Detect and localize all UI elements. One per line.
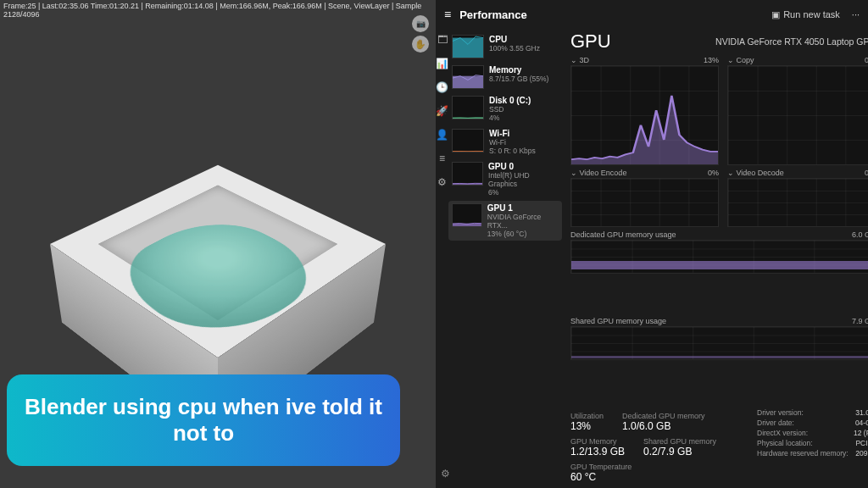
graph-box bbox=[570, 65, 719, 165]
graph-pct: 0% bbox=[865, 56, 868, 64]
tm-nav: 🗔 📊 🕒 🚀 👤 ≡ ⚙ bbox=[436, 29, 448, 488]
detail-row: Driver version:31.0... bbox=[757, 408, 868, 417]
more-icon[interactable]: ··· bbox=[852, 9, 860, 19]
detail-row: Physical location:PCI ... bbox=[757, 439, 868, 447]
list-item[interactable]: GPU 1 NVIDIA GeForce RTX...13% (60 °C) bbox=[448, 201, 562, 241]
dedicated-graph bbox=[570, 240, 868, 274]
gpu-name: NVIDIA GeForce RTX 4050 Laptop GPU bbox=[715, 36, 868, 47]
blender-viewport: Frame:25 | Last:02:35.06 Time:01:20.21 |… bbox=[0, 0, 436, 488]
thumb-graph bbox=[452, 203, 482, 227]
graph-box bbox=[570, 178, 719, 227]
tm-header: ≡ Performance ▣ Run new task ··· bbox=[436, 0, 868, 29]
overlay-caption: Blender using cpu when ive told it not t… bbox=[7, 374, 400, 466]
detail-row: Driver date:04-0... bbox=[757, 419, 868, 427]
graph-label[interactable]: ⌄ 3D bbox=[570, 56, 589, 64]
graph-pct: 0% bbox=[865, 169, 868, 177]
shared-label: Shared GPU memory usage bbox=[570, 317, 666, 325]
graph-label[interactable]: ⌄ Video Encode bbox=[570, 169, 626, 177]
performance-list: CPU 100% 3.55 GHz Memory 8.7/15.7 GB (55… bbox=[448, 29, 565, 488]
stat: Dedicated GPU memory 1.0/6.0 GB bbox=[622, 412, 705, 432]
thumb-graph bbox=[452, 129, 484, 152]
detail-row: DirectX version:12 (F... bbox=[757, 429, 868, 437]
nav-processes-icon[interactable]: 🗔 bbox=[437, 34, 448, 46]
graph-pct: 13% bbox=[704, 56, 719, 64]
dedicated-max: 6.0 GB bbox=[852, 230, 868, 239]
gpu-title: GPU bbox=[570, 30, 611, 53]
thumb-graph bbox=[452, 65, 484, 89]
tm-title-text: Performance bbox=[459, 8, 526, 21]
run-task-icon: ▣ bbox=[771, 9, 780, 20]
nav-users-icon[interactable]: 👤 bbox=[436, 129, 448, 141]
thumb-graph bbox=[452, 35, 484, 58]
graph-box bbox=[727, 178, 868, 227]
list-item[interactable]: CPU 100% 3.55 GHz bbox=[448, 32, 562, 61]
graph-box bbox=[727, 65, 868, 165]
detail-row: Hardware reserved memory:209 ... bbox=[757, 449, 868, 458]
svg-marker-6 bbox=[571, 96, 718, 164]
nav-startup-icon[interactable]: 🚀 bbox=[436, 105, 448, 117]
svg-rect-1 bbox=[453, 76, 483, 88]
stat: GPU Memory 1.2/13.9 GB bbox=[570, 437, 625, 458]
shared-graph bbox=[570, 326, 868, 360]
nav-services-icon[interactable]: ⚙ bbox=[437, 176, 447, 188]
nav-history-icon[interactable]: 🕒 bbox=[436, 81, 448, 93]
stat: GPU Temperature 60 °C bbox=[570, 463, 632, 483]
stat: Shared GPU memory 0.2/7.9 GB bbox=[643, 437, 716, 458]
thumb-graph bbox=[452, 96, 484, 119]
menu-icon[interactable]: ≡ bbox=[444, 8, 451, 21]
graph-label[interactable]: ⌄ Copy bbox=[727, 56, 754, 64]
run-new-task-button[interactable]: ▣ Run new task bbox=[771, 9, 840, 20]
shared-max: 7.9 GB bbox=[852, 317, 868, 325]
list-item[interactable]: Memory 8.7/15.7 GB (55%) bbox=[448, 63, 562, 92]
thumb-graph bbox=[452, 162, 483, 186]
stat: Utilization 13% bbox=[570, 412, 604, 432]
nav-performance-icon[interactable]: 📊 bbox=[436, 58, 448, 69]
list-item[interactable]: Disk 0 (C:) SSD4% bbox=[448, 93, 562, 125]
settings-icon[interactable]: ⚙ bbox=[441, 468, 450, 480]
list-item[interactable]: Wi-Fi Wi-FiS: 0 R: 0 Kbps bbox=[448, 126, 562, 158]
graph-pct: 0% bbox=[708, 169, 719, 177]
task-manager: ≡ Performance ▣ Run new task ··· 🗔 📊 🕒 🚀… bbox=[436, 0, 868, 488]
dedicated-label: Dedicated GPU memory usage bbox=[570, 230, 676, 239]
nav-details-icon[interactable]: ≡ bbox=[439, 152, 445, 164]
list-item[interactable]: GPU 0 Intel(R) UHD Graphics6% bbox=[448, 159, 562, 199]
graph-label[interactable]: ⌄ Video Decode bbox=[727, 169, 784, 177]
gpu-detail: GPU NVIDIA GeForce RTX 4050 Laptop GPU ⌄… bbox=[565, 29, 868, 488]
svg-rect-0 bbox=[453, 38, 483, 58]
